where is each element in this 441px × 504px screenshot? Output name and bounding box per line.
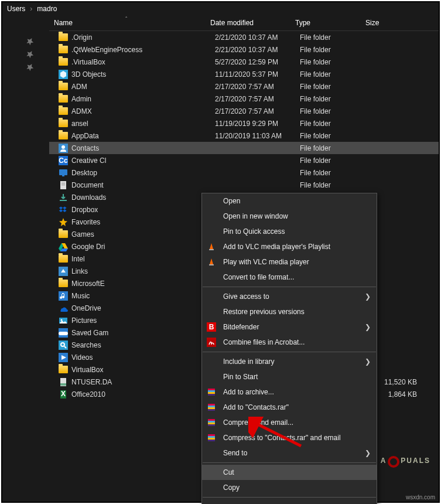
menu-item-add-to-contacts-rar[interactable]: Add to "Contacts.rar" bbox=[202, 400, 377, 415]
file-date: 5/27/2020 12:59 PM bbox=[215, 58, 300, 66]
acrobat-icon bbox=[207, 338, 216, 347]
svg-rect-41 bbox=[208, 423, 215, 424]
chevron-right-icon: ❯ bbox=[365, 323, 371, 331]
pin-icon[interactable] bbox=[24, 36, 35, 47]
vlc-icon bbox=[207, 242, 216, 251]
chevron-right-icon: ❯ bbox=[365, 292, 371, 301]
svg-rect-39 bbox=[208, 419, 215, 421]
file-type: File folder bbox=[300, 83, 370, 91]
menu-label: Add to "Contacts.rar" bbox=[223, 403, 289, 411]
menu-item-open-in-new-window[interactable]: Open in new window bbox=[202, 209, 377, 224]
file-row[interactable]: AppData11/20/2019 11:03 AMFile folder bbox=[49, 130, 439, 142]
svg-rect-22 bbox=[60, 383, 66, 386]
file-row[interactable]: DesktopFile folder bbox=[49, 166, 439, 179]
file-date: 11/19/2019 9:29 PM bbox=[215, 120, 300, 128]
breadcrumb[interactable]: Users › madro bbox=[2, 2, 439, 15]
file-name: Document bbox=[71, 181, 104, 189]
svg-point-15 bbox=[61, 319, 63, 321]
file-pane[interactable]: Nameˆ Date modified Type Size .Origin2/2… bbox=[49, 15, 439, 490]
menu-item-play-with-vlc-media-player[interactable]: Play with VLC media player bbox=[202, 254, 377, 270]
menu-item-restore-previous-versions[interactable]: Restore previous versions bbox=[202, 304, 377, 319]
file-name: AppData bbox=[71, 132, 99, 140]
file-row[interactable]: Admin2/17/2020 7:57 AMFile folder bbox=[49, 93, 439, 105]
bitdefender-icon: B bbox=[207, 322, 216, 332]
file-date: 2/21/2020 10:37 AM bbox=[215, 33, 300, 42]
menu-label: Cut bbox=[223, 468, 234, 476]
folder-icon bbox=[59, 33, 68, 42]
header-type[interactable]: Type bbox=[295, 19, 365, 27]
menu-label: Play with VLC media player bbox=[223, 258, 309, 266]
file-row[interactable]: ContactsFile folder bbox=[49, 142, 439, 154]
header-name[interactable]: Nameˆ bbox=[49, 19, 210, 27]
file-name: VirtualBox bbox=[71, 366, 103, 374]
file-type: File folder bbox=[300, 107, 370, 115]
pin-icon[interactable] bbox=[24, 62, 35, 73]
file-name: Admin bbox=[71, 95, 91, 103]
menu-item-cut[interactable]: Cut bbox=[202, 465, 377, 480]
file-row[interactable]: ansel11/19/2019 9:29 PMFile folder bbox=[49, 117, 439, 130]
menu-separator bbox=[203, 287, 376, 287]
folder-icon bbox=[59, 57, 68, 67]
menu-item-include-in-library[interactable]: Include in library❯ bbox=[202, 354, 377, 369]
file-row[interactable]: ADM2/17/2020 7:57 AMFile folder bbox=[49, 80, 439, 93]
file-row[interactable]: DocumentFile folder bbox=[49, 179, 439, 191]
file-row[interactable]: ADMX2/17/2020 7:57 AMFile folder bbox=[49, 105, 439, 117]
folder-icon bbox=[59, 82, 68, 91]
file-name: Office2010 bbox=[71, 390, 105, 399]
quick-access-sidebar bbox=[2, 15, 49, 490]
menu-label: Copy bbox=[223, 483, 240, 492]
svg-text:Cc: Cc bbox=[59, 156, 68, 165]
svg-rect-36 bbox=[208, 406, 215, 407]
pin-icon[interactable] bbox=[24, 49, 35, 60]
file-name: .QtWebEngineProcess bbox=[71, 46, 142, 54]
documents-icon bbox=[59, 181, 68, 190]
file-name: Games bbox=[71, 230, 94, 239]
file-name: ansel bbox=[71, 120, 88, 128]
file-row[interactable]: .Origin2/21/2020 10:37 AMFile folder bbox=[49, 31, 439, 43]
svg-rect-45 bbox=[208, 438, 215, 440]
svg-rect-6 bbox=[62, 175, 64, 176]
file-row[interactable]: CcCreative ClFile folder bbox=[49, 154, 439, 166]
file-date: 2/17/2020 7:57 AM bbox=[215, 83, 300, 91]
breadcrumb-current[interactable]: madro bbox=[37, 5, 57, 13]
svg-rect-44 bbox=[208, 436, 215, 438]
videos-icon bbox=[59, 353, 68, 362]
menu-item-open[interactable]: Open bbox=[202, 193, 377, 209]
menu-item-copy[interactable]: Copy bbox=[202, 480, 377, 495]
file-row[interactable]: 3D Objects11/11/2020 5:37 PMFile folder bbox=[49, 68, 439, 80]
file-type: File folder bbox=[300, 132, 370, 140]
favorites-icon bbox=[59, 217, 68, 227]
file-name: Links bbox=[71, 267, 88, 275]
folder-icon bbox=[59, 365, 68, 374]
searches-icon bbox=[59, 340, 68, 350]
menu-item-convert-to-file-format[interactable]: Convert to file format... bbox=[202, 270, 377, 285]
svg-rect-17 bbox=[59, 340, 68, 350]
menu-item-pin-to-quick-access[interactable]: Pin to Quick access bbox=[202, 224, 377, 239]
annotation-arrow bbox=[248, 417, 307, 454]
file-row[interactable]: .QtWebEngineProcess2/21/2020 10:37 AMFil… bbox=[49, 43, 439, 56]
menu-item-pin-to-start[interactable]: Pin to Start bbox=[202, 369, 377, 384]
folder-icon bbox=[59, 119, 68, 128]
menu-item-create-shortcut[interactable]: Create shortcut bbox=[202, 499, 377, 504]
menu-item-give-access-to[interactable]: Give access to❯ bbox=[202, 289, 377, 304]
sort-asc-icon: ˆ bbox=[125, 16, 127, 23]
header-date[interactable]: Date modified bbox=[210, 19, 295, 27]
file-name: Videos bbox=[71, 353, 93, 362]
menu-item-add-to-vlc-media-player-s-playlist[interactable]: Add to VLC media player's Playlist bbox=[202, 239, 377, 254]
menu-item-bitdefender[interactable]: BBitdefender❯ bbox=[202, 319, 377, 335]
menu-label: Pin to Quick access bbox=[223, 227, 285, 236]
header-size[interactable]: Size bbox=[365, 19, 424, 27]
menu-label: Add to archive... bbox=[223, 388, 274, 396]
folder-icon bbox=[59, 45, 68, 55]
column-headers: Nameˆ Date modified Type Size bbox=[49, 15, 439, 31]
file-date: 11/11/2020 5:37 PM bbox=[215, 70, 300, 79]
file-name: Searches bbox=[71, 341, 101, 349]
file-row[interactable]: .VirtualBox5/27/2020 12:59 PMFile folder bbox=[49, 56, 439, 68]
music-icon bbox=[59, 291, 68, 301]
menu-separator bbox=[203, 352, 376, 352]
svg-rect-32 bbox=[208, 390, 215, 392]
menu-item-combine-files-in-acrobat[interactable]: Combine files in Acrobat... bbox=[202, 335, 377, 350]
folder-icon bbox=[59, 230, 68, 239]
menu-item-add-to-archive[interactable]: Add to archive... bbox=[202, 384, 377, 400]
breadcrumb-parent[interactable]: Users bbox=[7, 5, 25, 13]
